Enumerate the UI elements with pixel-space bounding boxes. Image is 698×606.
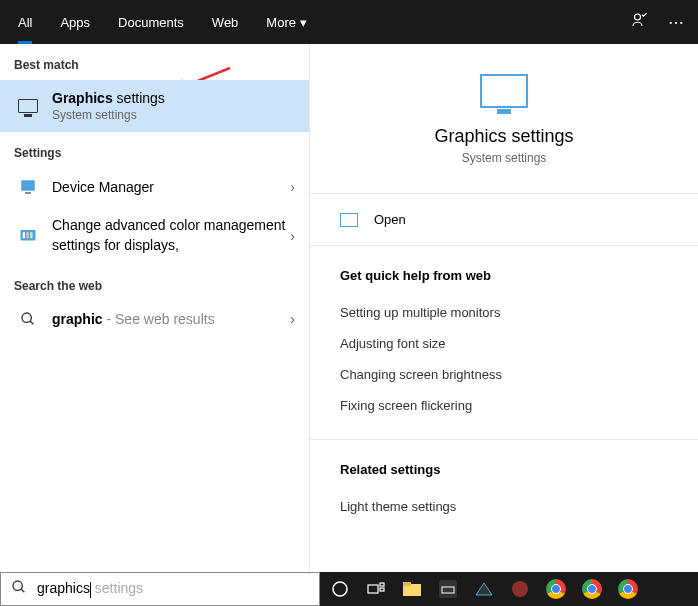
help-link[interactable]: Fixing screen flickering — [340, 390, 668, 421]
svg-point-13 — [333, 582, 347, 596]
feedback-icon[interactable] — [620, 11, 658, 33]
svg-line-12 — [21, 589, 24, 592]
chevron-right-icon: › — [290, 228, 295, 244]
svg-rect-14 — [368, 585, 378, 593]
search-icon — [11, 579, 27, 599]
result-device-manager[interactable]: Device Manager › — [0, 168, 309, 206]
open-label: Open — [374, 212, 406, 227]
result-subtitle: System settings — [52, 108, 295, 122]
svg-rect-15 — [380, 583, 384, 586]
result-title: Graphics settings — [52, 90, 295, 106]
tab-all[interactable]: All — [4, 0, 46, 44]
svg-rect-16 — [380, 588, 384, 591]
help-link[interactable]: Setting up multiple monitors — [340, 297, 668, 328]
taskbar — [320, 572, 698, 606]
tab-more[interactable]: More ▾ — [252, 0, 320, 44]
chrome-icon[interactable] — [542, 575, 570, 603]
open-icon — [340, 213, 358, 227]
chevron-right-icon: › — [290, 311, 295, 327]
preview-subtitle: System settings — [340, 151, 668, 165]
preview-panel: Graphics settings System settings Open G… — [310, 44, 698, 572]
svg-rect-7 — [27, 232, 29, 238]
svg-marker-21 — [476, 583, 492, 595]
device-manager-icon — [14, 178, 42, 196]
section-search-web: Search the web — [0, 265, 309, 301]
search-input[interactable]: graphics settings — [37, 580, 309, 597]
section-settings: Settings — [0, 132, 309, 168]
tab-documents[interactable]: Documents — [104, 0, 198, 44]
predator-icon[interactable] — [470, 575, 498, 603]
color-settings-icon — [14, 227, 42, 245]
preview-monitor-icon — [340, 74, 668, 108]
svg-rect-6 — [23, 232, 25, 238]
open-action[interactable]: Open — [340, 194, 668, 245]
result-title: graphic - See web results — [52, 311, 290, 327]
results-panel: Best match Graphics settings System sett… — [0, 44, 310, 572]
result-title: Device Manager — [52, 179, 290, 195]
svg-point-9 — [22, 313, 31, 322]
svg-point-11 — [13, 581, 22, 590]
chrome-icon[interactable] — [578, 575, 606, 603]
cortana-icon[interactable] — [326, 575, 354, 603]
svg-rect-3 — [21, 180, 35, 191]
search-box[interactable]: graphics settings — [0, 572, 320, 606]
result-color-management[interactable]: Change advanced color management setting… — [0, 206, 309, 265]
divider — [310, 439, 698, 440]
result-title: Change advanced color management setting… — [52, 216, 290, 255]
svg-point-22 — [512, 581, 528, 597]
monitor-icon — [14, 99, 42, 113]
result-graphics-settings[interactable]: Graphics settings System settings — [0, 80, 309, 132]
task-view-icon[interactable] — [362, 575, 390, 603]
section-best-match: Best match — [0, 44, 309, 80]
chevron-right-icon: › — [290, 179, 295, 195]
chrome-icon[interactable] — [614, 575, 642, 603]
preview-title: Graphics settings — [340, 126, 668, 147]
related-link[interactable]: Light theme settings — [340, 491, 668, 522]
quick-help-header: Get quick help from web — [340, 268, 668, 283]
svg-rect-8 — [30, 232, 32, 238]
divider — [310, 245, 698, 246]
svg-point-0 — [635, 14, 641, 20]
tab-web[interactable]: Web — [198, 0, 253, 44]
app-icon-2[interactable] — [506, 575, 534, 603]
svg-line-10 — [30, 321, 33, 324]
help-link[interactable]: Changing screen brightness — [340, 359, 668, 390]
file-explorer-icon[interactable] — [398, 575, 426, 603]
svg-rect-18 — [403, 582, 411, 586]
help-link[interactable]: Adjusting font size — [340, 328, 668, 359]
app-icon[interactable] — [434, 575, 462, 603]
search-icon — [14, 311, 42, 327]
tab-apps[interactable]: Apps — [46, 0, 104, 44]
svg-rect-4 — [25, 192, 31, 194]
related-header: Related settings — [340, 462, 668, 477]
more-options-icon[interactable]: ⋯ — [658, 13, 694, 32]
result-web-graphic[interactable]: graphic - See web results › — [0, 301, 309, 337]
search-filter-tabs: All Apps Documents Web More ▾ ⋯ — [0, 0, 698, 44]
